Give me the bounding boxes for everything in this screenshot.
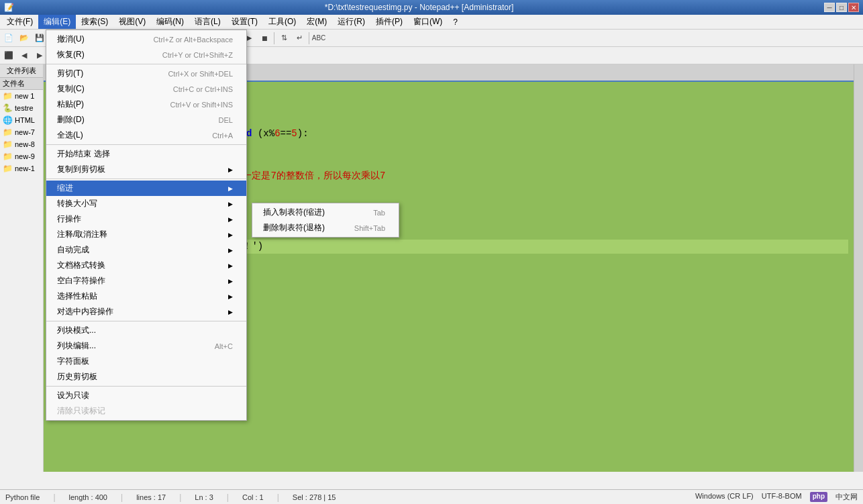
menu-redo[interactable]: 恢复(R) Ctrl+Y or Ctrl+Shift+Z — [46, 47, 246, 62]
menu-copy-shortcut: Ctrl+C or Ctrl+INS — [173, 85, 233, 93]
menu-column-edit[interactable]: 列块编辑... Alt+C — [46, 338, 246, 354]
file-item-testre[interactable]: 🐍 testre — [0, 102, 43, 114]
menu-view[interactable]: 视图(V) — [113, 15, 151, 29]
status-right: Windows (CR LF) UTF-8-BOM php 中文网 — [695, 492, 858, 502]
file-item-new10[interactable]: 📁 new-1 — [0, 162, 43, 174]
menu-copy[interactable]: 复制(C) Ctrl+C or Ctrl+INS — [46, 81, 246, 97]
menu-case-label: 转换大小写 — [57, 198, 97, 209]
menu-column-mode-label: 列块模式... — [57, 325, 96, 336]
file-item-label: new-8 — [15, 140, 35, 148]
menu-delete[interactable]: 删除(D) DEL — [46, 112, 246, 128]
menu-line-ops[interactable]: 行操作 — [46, 211, 246, 227]
file-item-new7[interactable]: 📁 new-7 — [0, 126, 43, 138]
dd-sep-1 — [46, 64, 246, 64]
menu-comment[interactable]: 注释/取消注释 — [46, 227, 246, 242]
file-item-html[interactable]: 🌐 HTML — [0, 114, 43, 126]
menu-copy-clipboard[interactable]: 复制到剪切板 — [46, 162, 246, 177]
menu-window[interactable]: 窗口(W) — [408, 15, 448, 29]
menu-edit[interactable]: 编辑(E) — [38, 15, 76, 29]
menu-autocomplete[interactable]: 自动完成 — [46, 242, 246, 258]
macro-stop-button[interactable]: ⏹ — [257, 31, 272, 46]
menu-clip-history[interactable]: 历史剪切板 — [46, 369, 246, 385]
new-button[interactable]: 📄 — [1, 31, 16, 46]
menu-autocomplete-label: 自动完成 — [57, 244, 89, 256]
menu-selective-paste[interactable]: 选择性粘贴 — [46, 289, 246, 304]
file-panel-subheader: 文件名 — [0, 78, 43, 90]
menu-lang[interactable]: 语言(L) — [189, 15, 226, 29]
menu-column-mode[interactable]: 列块模式... — [46, 323, 246, 338]
menu-begin-select-label: 开始/结束 选择 — [57, 148, 110, 160]
dd-sep-5 — [46, 386, 246, 387]
folder-icon: 📁 — [3, 91, 13, 101]
indent-submenu: 插入制表符(缩进) Tab 删除制表符(退格) Shift+Tab — [252, 203, 399, 238]
menu-begin-select[interactable]: 开始/结束 选择 — [46, 146, 246, 162]
file-item-new9[interactable]: 📁 new-9 — [0, 150, 43, 162]
menu-column-edit-label: 列块编辑... — [57, 340, 96, 352]
menu-run[interactable]: 运行(R) — [332, 15, 370, 29]
submenu-indent-tab-label: 插入制表符(缩进) — [263, 207, 325, 218]
menu-cut[interactable]: 剪切(T) Ctrl+X or Shift+DEL — [46, 66, 246, 81]
menu-undo-shortcut: Ctrl+Z or Alt+Backspace — [153, 36, 233, 44]
submenu-indent-tab[interactable]: 插入制表符(缩进) Tab — [252, 205, 399, 220]
menu-encode[interactable]: 编码(N) — [151, 15, 189, 29]
folder-icon-4: 📁 — [3, 152, 13, 161]
tb2-btn3[interactable]: ▶ — [32, 48, 47, 63]
tb2-btn2[interactable]: ◀ — [17, 48, 32, 63]
menu-file[interactable]: 文件(F) — [1, 15, 38, 29]
minimize-button[interactable]: ─ — [824, 3, 835, 12]
tb2-btn1[interactable]: ⬛ — [1, 48, 16, 63]
close-button[interactable]: ✕ — [848, 3, 859, 12]
folder-icon-5: 📁 — [3, 164, 13, 173]
menu-column-edit-shortcut: Alt+C — [215, 342, 233, 350]
status-encoding: UTF-8-BOM — [762, 492, 802, 502]
menu-tools[interactable]: 工具(O) — [263, 15, 301, 29]
menu-macro[interactable]: 宏(M) — [301, 15, 332, 29]
menu-clip-history-label: 历史剪切板 — [57, 371, 97, 383]
submenu-deindent-tab[interactable]: 删除制表符(退格) Shift+Tab — [252, 220, 399, 236]
menu-paste[interactable]: 粘贴(P) Ctrl+V or Shift+INS — [46, 97, 246, 112]
status-lines: lines : 17 — [136, 493, 166, 501]
menu-selective-paste-label: 选择性粘贴 — [57, 291, 97, 302]
menu-comment-label: 注释/取消注释 — [57, 229, 107, 240]
menu-settings[interactable]: 设置(T) — [226, 15, 263, 29]
file-item-label: testre — [15, 104, 34, 112]
title-bar-buttons: ─ □ ✕ — [824, 3, 859, 12]
wrap-button[interactable]: ↵ — [292, 31, 307, 46]
submenu-deindent-tab-shortcut: Shift+Tab — [354, 224, 385, 232]
menu-char-panel-label: 字符面板 — [57, 356, 89, 367]
menu-help[interactable]: ? — [448, 15, 463, 29]
menu-copy-label: 复制(C) — [57, 83, 85, 95]
menu-plugins[interactable]: 插件(P) — [370, 15, 408, 29]
file-item-label: new-7 — [15, 128, 35, 136]
file-item-new1[interactable]: 📁 new 1 — [0, 90, 43, 102]
folder-icon-2: 📁 — [3, 128, 13, 137]
status-length: length : 400 — [69, 493, 108, 501]
menu-indent[interactable]: 缩进 — [46, 181, 246, 196]
menu-selectall-label: 全选(L) — [57, 130, 83, 141]
html-icon: 🌐 — [3, 115, 13, 125]
menu-doc-format[interactable]: 文档格式转换 — [46, 258, 246, 273]
menu-search[interactable]: 搜索(S) — [76, 15, 113, 29]
spellcheck-button[interactable]: ABC — [311, 31, 326, 46]
php-logo: php — [810, 492, 827, 502]
menu-clear-readonly-label: 清除只读标记 — [57, 405, 105, 417]
menu-whitespace[interactable]: 空白字符操作 — [46, 273, 246, 289]
save-button[interactable]: 💾 — [32, 31, 47, 46]
maximize-button[interactable]: □ — [836, 3, 847, 12]
menu-clear-readonly: 清除只读标记 — [46, 403, 246, 419]
menu-selectall-shortcut: Ctrl+A — [212, 132, 233, 140]
sync-scroll-button[interactable]: ⇅ — [276, 31, 291, 46]
dd-sep-4 — [46, 321, 246, 321]
menu-selectall[interactable]: 全选(L) Ctrl+A — [46, 128, 246, 143]
menu-delete-shortcut: DEL — [219, 116, 233, 124]
menu-content-ops[interactable]: 对选中内容操作 — [46, 304, 246, 319]
open-button[interactable]: 📂 — [17, 31, 32, 46]
menu-char-panel[interactable]: 字符面板 — [46, 354, 246, 369]
menu-set-readonly[interactable]: 设为只读 — [46, 388, 246, 403]
menu-undo[interactable]: 撤消(U) Ctrl+Z or Alt+Backspace — [46, 32, 246, 47]
menu-case[interactable]: 转换大小写 — [46, 196, 246, 211]
menu-cut-shortcut: Ctrl+X or Shift+DEL — [168, 70, 233, 78]
title-bar-icon: 📝 — [4, 3, 14, 12]
file-item-new8[interactable]: 📁 new-8 — [0, 138, 43, 150]
toolbar-sep-8 — [309, 32, 309, 44]
